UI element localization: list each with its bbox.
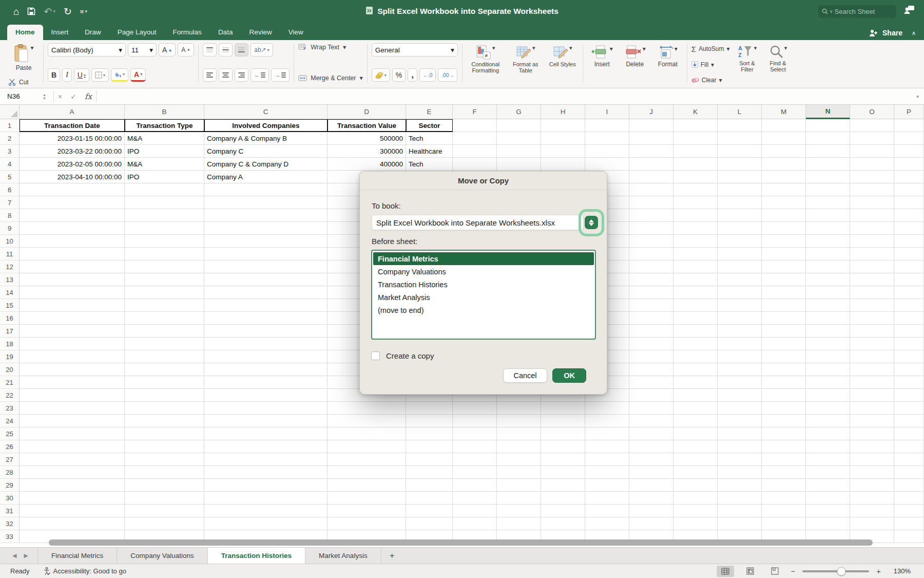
cell-H4[interactable] [541, 158, 585, 171]
cell-N24[interactable] [806, 415, 850, 427]
cell-N13[interactable] [806, 273, 850, 286]
cell-N25[interactable] [806, 427, 850, 440]
cell-B31[interactable] [125, 505, 204, 517]
cell-E29[interactable] [406, 479, 453, 492]
cell-P2[interactable] [894, 132, 924, 145]
cell-A13[interactable] [20, 273, 125, 286]
cell-M9[interactable] [762, 222, 806, 235]
cell-K4[interactable] [673, 158, 718, 171]
cell-L1[interactable] [718, 119, 762, 132]
cell-J17[interactable] [629, 325, 673, 338]
cell-O9[interactable] [850, 222, 894, 235]
cell-H24[interactable] [541, 415, 585, 427]
cell-N1[interactable] [806, 119, 850, 132]
cell-H25[interactable] [541, 427, 585, 440]
cell-A20[interactable] [20, 363, 125, 376]
row-header-33[interactable]: 33 [0, 530, 20, 543]
cell-G23[interactable] [497, 402, 541, 415]
cell-A32[interactable] [20, 517, 125, 530]
home-icon[interactable]: ⌂ [13, 7, 19, 16]
cell-O16[interactable] [850, 312, 894, 325]
name-box-stepper[interactable]: ▲▼ [43, 93, 46, 100]
cell-C26[interactable] [204, 440, 328, 453]
cell-D3[interactable]: 300000 [328, 145, 406, 158]
cell-B7[interactable] [125, 196, 204, 209]
cell-I4[interactable] [585, 158, 629, 171]
cell-L3[interactable] [718, 145, 762, 158]
cell-M27[interactable] [762, 453, 806, 466]
cell-H23[interactable] [541, 402, 585, 415]
cell-O6[interactable] [850, 183, 894, 196]
cell-N12[interactable] [806, 260, 850, 273]
cell-F3[interactable] [453, 145, 497, 158]
comments-icon[interactable] [903, 5, 915, 17]
cell-J9[interactable] [629, 222, 673, 235]
row-header-3[interactable]: 3 [0, 145, 20, 158]
cell-C25[interactable] [204, 427, 328, 440]
column-header-O[interactable]: O [850, 105, 894, 119]
cell-D30[interactable] [328, 492, 406, 505]
tab-data[interactable]: Data [210, 25, 241, 40]
sheet-option-financial-metrics[interactable]: Financial Metrics [373, 252, 594, 265]
column-header-G[interactable]: G [497, 105, 541, 119]
cell-C2[interactable]: Company A & Company B [204, 132, 328, 145]
cell-H26[interactable] [541, 440, 585, 453]
cell-E31[interactable] [406, 505, 453, 517]
cell-N22[interactable] [806, 389, 850, 402]
row-header-25[interactable]: 25 [0, 427, 20, 440]
sheet-tab-transaction-histories[interactable]: Transaction Histories [208, 548, 305, 564]
row-header-21[interactable]: 21 [0, 376, 20, 389]
wrap-text-button[interactable]: Wrap Text▾ [298, 43, 363, 51]
cell-I23[interactable] [585, 402, 629, 415]
cell-C27[interactable] [204, 453, 328, 466]
cell-L27[interactable] [718, 453, 762, 466]
column-header-A[interactable]: A [20, 105, 125, 119]
cell-M31[interactable] [762, 505, 806, 517]
cell-B17[interactable] [125, 325, 204, 338]
row-header-16[interactable]: 16 [0, 312, 20, 325]
cell-K17[interactable] [673, 325, 718, 338]
to-book-select[interactable]: Split Excel Workbook into Separate Works… [372, 215, 584, 230]
search-sheet-box[interactable]: ∨ [818, 5, 896, 18]
cell-G32[interactable] [497, 517, 541, 530]
font-name-select[interactable]: Calibri (Body)▾ [48, 43, 126, 57]
cell-L30[interactable] [718, 492, 762, 505]
sheet-option-transaction-histories[interactable]: Transaction Histories [373, 278, 594, 291]
cell-J28[interactable] [629, 466, 673, 479]
share-button[interactable]: Share [882, 29, 902, 37]
cell-styles-button[interactable]: ▾ Cell Styles [547, 43, 579, 86]
cell-O21[interactable] [850, 376, 894, 389]
cell-P16[interactable] [894, 312, 924, 325]
cell-C32[interactable] [204, 517, 328, 530]
cell-H30[interactable] [541, 492, 585, 505]
autosum-button[interactable]: ΣAutoSum▾ [691, 44, 730, 53]
cell-O10[interactable] [850, 235, 894, 248]
cell-A30[interactable] [20, 492, 125, 505]
cell-F4[interactable] [453, 158, 497, 171]
cell-O23[interactable] [850, 402, 894, 415]
cell-B14[interactable] [125, 286, 204, 299]
cell-A21[interactable] [20, 376, 125, 389]
page-layout-view-button[interactable] [741, 566, 759, 577]
column-header-F[interactable]: F [453, 105, 497, 119]
cell-O11[interactable] [850, 248, 894, 260]
tab-review[interactable]: Review [241, 25, 280, 40]
cell-A29[interactable] [20, 479, 125, 492]
row-header-23[interactable]: 23 [0, 402, 20, 415]
cell-B12[interactable] [125, 260, 204, 273]
cell-L32[interactable] [718, 517, 762, 530]
cell-P10[interactable] [894, 235, 924, 248]
cell-C17[interactable] [204, 325, 328, 338]
cell-O18[interactable] [850, 338, 894, 350]
cell-P19[interactable] [894, 350, 924, 363]
cell-L31[interactable] [718, 505, 762, 517]
cell-I29[interactable] [585, 479, 629, 492]
cell-L18[interactable] [718, 338, 762, 350]
cell-K32[interactable] [673, 517, 718, 530]
cell-M6[interactable] [762, 183, 806, 196]
cell-K5[interactable] [673, 171, 718, 183]
cell-K22[interactable] [673, 389, 718, 402]
cell-J31[interactable] [629, 505, 673, 517]
cell-M29[interactable] [762, 479, 806, 492]
cell-M18[interactable] [762, 338, 806, 350]
